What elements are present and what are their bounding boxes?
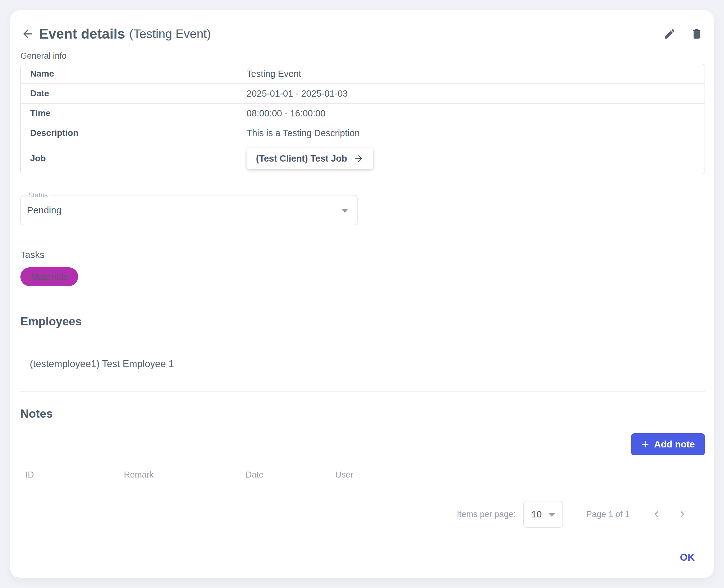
divider <box>20 391 705 392</box>
back-button[interactable] <box>20 27 35 41</box>
column-header-remark: Remark <box>124 470 154 480</box>
row-label: Date <box>21 84 237 103</box>
table-row-name: Name Testing Event <box>21 64 705 83</box>
chevron-down-icon <box>549 513 555 517</box>
column-header-user: User <box>335 470 353 480</box>
page-range-label: Page 1 of 1 <box>586 509 630 519</box>
table-row-time: Time 08:00:00 - 16:00:00 <box>21 103 705 123</box>
column-header-date: Date <box>246 470 263 480</box>
edit-button[interactable] <box>662 26 678 42</box>
items-per-page-label: Items per page: <box>457 509 516 519</box>
employee-list-item[interactable]: (testemployee1) Test Employee 1 <box>20 359 705 369</box>
status-select[interactable]: Status Pending <box>20 195 358 225</box>
column-header-id: ID <box>25 470 34 480</box>
chevron-down-icon <box>341 209 348 213</box>
ok-button[interactable]: OK <box>676 549 700 566</box>
page-subtitle: (Testing Event) <box>129 27 211 41</box>
event-details-card: Event details (Testing Event) General in… <box>10 10 714 578</box>
divider <box>20 300 705 300</box>
general-info-label: General info <box>20 52 705 60</box>
next-page-button[interactable] <box>674 505 691 523</box>
divider <box>20 491 705 491</box>
tasks-label: Tasks <box>20 250 705 259</box>
row-value: This is a Testing Description <box>237 123 705 143</box>
status-value: Pending <box>27 205 62 215</box>
arrow-left-icon <box>21 27 34 41</box>
page-size-value: 10 <box>531 509 542 520</box>
plus-icon: + <box>641 438 649 451</box>
notes-table-header: ID Remark Date User <box>20 469 705 480</box>
row-label: Job <box>21 143 237 174</box>
row-value: 2025-01-01 - 2025-01-03 <box>237 84 705 103</box>
notes-title: Notes <box>20 407 705 421</box>
row-label: Name <box>21 64 237 83</box>
row-value: (Test Client) Test Job <box>237 143 705 174</box>
general-info-table: Name Testing Event Date 2025-01-01 - 202… <box>20 64 705 174</box>
table-row-job: Job (Test Client) Test Job <box>21 143 705 174</box>
trash-icon <box>690 28 703 40</box>
paginator: Items per page: 10 Page 1 of 1 <box>20 500 705 528</box>
page-size-select[interactable]: 10 <box>523 501 563 528</box>
employees-title: Employees <box>20 315 705 329</box>
pencil-icon <box>663 28 676 40</box>
previous-page-button[interactable] <box>648 505 665 523</box>
chevron-right-icon <box>676 508 688 521</box>
row-label: Description <box>21 123 237 143</box>
job-link-label: (Test Client) Test Job <box>256 153 347 164</box>
arrow-right-icon <box>354 153 364 164</box>
chevron-left-icon <box>650 508 663 521</box>
table-row-date: Date 2025-01-01 - 2025-01-03 <box>21 83 705 103</box>
add-note-label: Add note <box>654 439 695 449</box>
task-chip-materials[interactable]: Materials <box>20 267 78 286</box>
row-label: Time <box>21 104 237 123</box>
delete-button[interactable] <box>688 26 705 42</box>
status-label: Status <box>25 191 50 199</box>
row-value: 08:00:00 - 16:00:00 <box>237 104 705 123</box>
row-value: Testing Event <box>237 64 705 83</box>
header: Event details (Testing Event) <box>20 25 705 43</box>
page-title: Event details <box>39 26 125 42</box>
add-note-button[interactable]: + Add note <box>631 433 705 455</box>
job-link-button[interactable]: (Test Client) Test Job <box>247 148 373 169</box>
table-row-description: Description This is a Testing Descriptio… <box>21 123 705 143</box>
